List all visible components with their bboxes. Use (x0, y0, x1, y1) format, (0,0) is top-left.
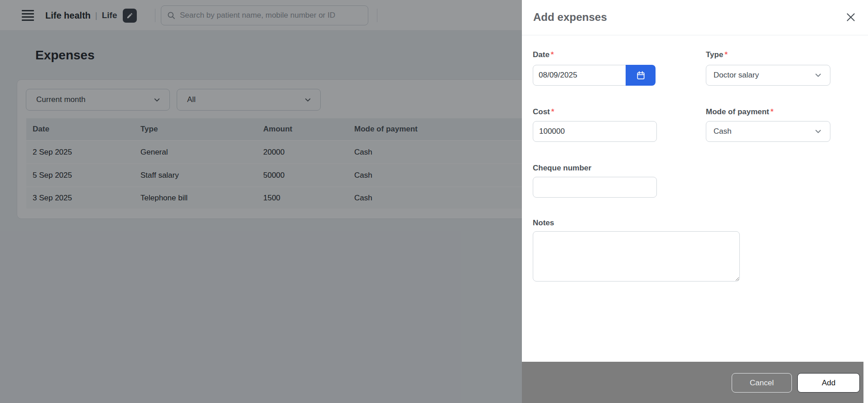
notes-textarea[interactable] (533, 231, 740, 282)
mode-select-value: Cash (714, 127, 814, 136)
required-marker: * (551, 107, 555, 116)
cheque-number-input[interactable] (533, 177, 657, 198)
notes-label: Notes (533, 218, 554, 228)
cost-input[interactable] (533, 121, 657, 142)
date-field-group (533, 65, 656, 86)
app-root: Life health | Life Expenses Current mont… (0, 0, 868, 403)
cheque-number-label: Cheque number (533, 164, 591, 173)
cost-label: Cost* (533, 107, 554, 117)
mode-of-payment-select[interactable]: Cash (706, 121, 830, 142)
type-select-value: Doctor salary (714, 71, 814, 80)
close-button[interactable] (844, 11, 857, 24)
cancel-button[interactable]: Cancel (732, 373, 792, 393)
date-input[interactable] (533, 65, 626, 86)
date-picker-button[interactable] (626, 65, 656, 86)
drawer-footer: Cancel Add (522, 362, 863, 403)
chevron-down-icon (814, 71, 823, 80)
required-marker: * (551, 50, 554, 59)
required-marker: * (724, 50, 728, 59)
type-select[interactable]: Doctor salary (706, 65, 830, 86)
mode-of-payment-label: Mode of payment* (706, 107, 773, 117)
calendar-icon (636, 70, 646, 81)
drawer-header: Add expenses (522, 0, 868, 35)
date-label: Date* (533, 50, 554, 59)
chevron-down-icon (814, 127, 823, 136)
add-button[interactable]: Add (797, 373, 860, 393)
add-expenses-drawer: Add expenses Date* T (522, 0, 868, 403)
required-marker: * (771, 107, 774, 116)
type-label: Type* (706, 50, 728, 59)
drawer-title: Add expenses (533, 11, 607, 24)
close-icon (845, 11, 857, 23)
